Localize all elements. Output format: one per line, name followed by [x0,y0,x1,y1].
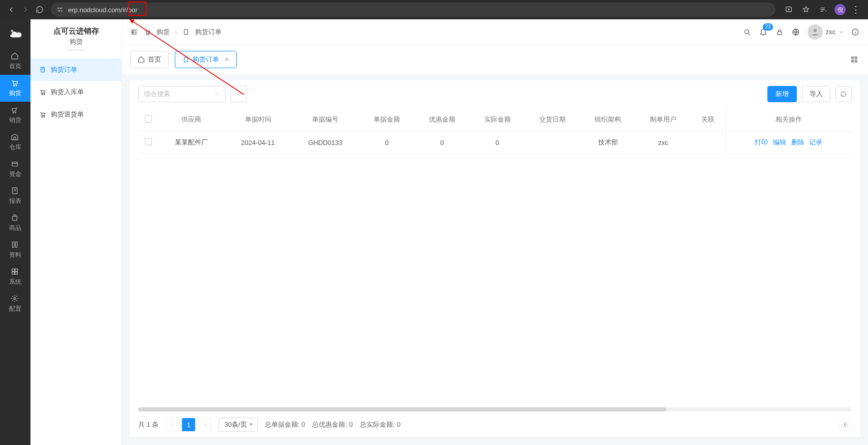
tab-label: 首页 [148,55,161,64]
svg-rect-32 [851,60,854,63]
svg-rect-12 [15,269,18,272]
svg-rect-13 [12,272,15,275]
rail-item-goods[interactable]: 商品 [0,210,30,236]
sidebar-item-purchase-in[interactable]: 购货入库单 [30,81,121,103]
rail-item-config[interactable]: 配置 [0,290,30,317]
col-discount: 优惠金额 [414,108,470,132]
reload-icon[interactable] [33,3,47,17]
svg-point-18 [44,94,45,95]
tab-home[interactable]: 首页 [130,51,169,68]
page-size-select[interactable]: 30条/页 [219,418,257,432]
svg-point-2 [11,30,13,33]
scrollbar-thumb[interactable] [138,407,666,411]
sum-doc: 总单据金额:0 [265,420,305,429]
tab-active[interactable]: 购货订单 ✕ [175,51,237,68]
op-edit[interactable]: 编辑 [773,138,786,146]
layout-toggle-icon[interactable] [849,54,860,65]
op-print[interactable]: 打印 [755,138,768,146]
svg-point-17 [42,94,43,95]
svg-rect-14 [15,272,18,275]
svg-rect-30 [851,56,854,59]
horizontal-scrollbar[interactable] [138,407,852,411]
page-prev-button[interactable] [166,418,179,431]
user-menu[interactable]: zxc [808,24,844,40]
lock-icon[interactable] [775,27,784,37]
rail-item-system[interactable]: 系统 [0,263,30,290]
main: 购货 › 购货订单 23 zxc [122,19,868,445]
op-log[interactable]: 记录 [809,138,822,146]
search-select[interactable]: 综合搜索 [138,86,226,102]
bell-icon[interactable]: 23 [759,27,768,37]
svg-rect-7 [12,162,18,166]
svg-point-6 [15,112,16,113]
site-settings-icon[interactable] [56,6,64,13]
nav-back-icon[interactable] [4,3,18,17]
install-app-icon[interactable] [783,4,795,16]
bookmark-star-icon[interactable] [800,4,812,16]
user-name: zxc [826,28,836,36]
cell-delivery [525,132,580,154]
app-logo-icon[interactable] [6,24,24,43]
svg-rect-9 [12,242,14,248]
sidebar-item-label: 购货入库单 [51,87,84,97]
sidebar-item-purchase-return[interactable]: 购货退货单 [30,103,121,126]
page-number-button[interactable]: 1 [182,418,195,431]
rail-item-warehouse[interactable]: 仓库 [0,129,30,156]
cell-discount: 0 [414,132,470,154]
svg-point-5 [13,112,14,113]
cell-date: 2024-04-11 [225,132,292,154]
cell-amount: 0 [359,132,415,154]
refresh-button[interactable] [835,86,852,102]
svg-point-20 [44,116,45,117]
checkbox-row[interactable] [145,138,152,145]
svg-point-21 [146,34,147,35]
svg-point-34 [844,424,846,426]
sum-actual: 总实际金额:0 [360,420,400,429]
page-next-button[interactable] [198,418,211,431]
settings-icon[interactable] [839,418,852,431]
cell-code: GHDD0133 [292,132,359,154]
import-button[interactable]: 导入 [802,86,830,102]
collapse-menu-icon[interactable] [130,28,138,36]
op-delete[interactable]: 删除 [791,138,804,146]
svg-rect-10 [15,242,17,248]
expand-filter-button[interactable] [231,86,247,102]
breadcrumb-root[interactable]: 购货 [157,27,170,37]
rail-item-report[interactable]: 报表 [0,183,30,210]
close-icon[interactable]: ✕ [224,56,229,63]
chevron-right-icon: › [175,28,177,36]
cell-supplier: 某某配件厂 [159,132,225,154]
table-row[interactable]: 某某配件厂 2024-04-11 GHDD0133 0 0 0 技术部 zxc … [138,132,852,154]
tab-label: 购货订单 [193,55,219,64]
table-header-row: 供应商 单据时间 单据编号 单据金额 优惠金额 实际金额 交货日期 组织架构 制… [138,108,852,132]
chrome-menu-icon[interactable]: ⋮ [851,4,861,15]
globe-icon[interactable] [791,27,800,37]
svg-rect-31 [855,56,857,59]
nav-forward-icon[interactable] [18,3,33,17]
rail-item-sales[interactable]: 销货 [0,102,30,129]
add-button[interactable]: 新增 [767,86,797,102]
rail-item-data[interactable]: 资料 [0,236,30,263]
rail-item-finance[interactable]: 资金 [0,156,30,183]
profile-avatar-icon[interactable]: 倪 [834,4,846,15]
media-control-icon[interactable] [817,4,829,16]
rail-item-home[interactable]: 首页 [0,48,30,75]
svg-rect-25 [778,32,782,35]
total-count: 共 1 条 [138,420,159,429]
browser-chrome: erp.nodcloud.com/#/bor 倪 ⋮ [0,0,868,19]
col-supplier: 供应商 [159,108,225,132]
search-icon[interactable] [742,27,752,37]
footer: 共 1 条 1 30条/页 总单据金额:0 总优惠金额:0 总实际金额:0 [130,412,860,437]
info-icon[interactable] [851,27,860,37]
address-bar[interactable]: erp.nodcloud.com/#/bor [51,3,776,17]
col-ops: 相关操作 [725,108,852,132]
topbar: 购货 › 购货订单 23 zxc [122,19,868,45]
chrome-action-icons: 倪 ⋮ [780,4,864,16]
notification-badge: 23 [763,23,772,31]
checkbox-all[interactable] [145,115,152,123]
app-root: 首页 购货 销货 仓库 资金 报表 商品 资料 系统 配置 点可云进销存 购货 … [0,19,868,445]
svg-rect-33 [855,60,857,63]
sidebar-item-purchase-order[interactable]: 购货订单 [30,58,121,81]
svg-point-4 [16,85,17,86]
rail-item-purchase[interactable]: 购货 [0,75,30,102]
